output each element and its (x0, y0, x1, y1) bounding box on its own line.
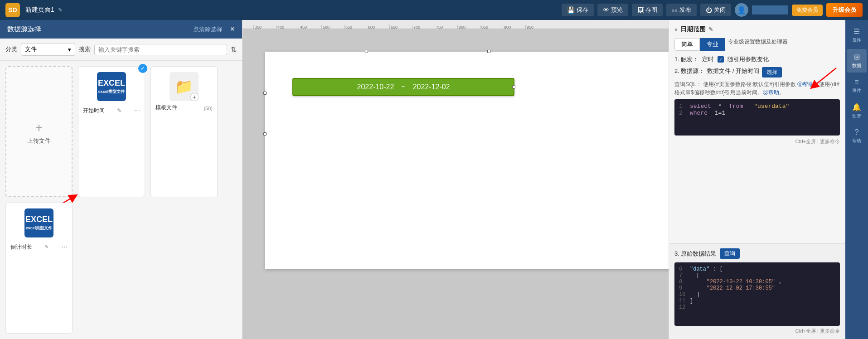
user-avatar[interactable]: 👤 (735, 3, 748, 17)
sql-line-num: 1 (679, 103, 686, 110)
ruler-mark: 700 (412, 25, 435, 29)
date-tilde: ~ (401, 83, 405, 91)
selection-handle[interactable] (487, 50, 490, 53)
preview-button[interactable]: 👁 预览 (597, 4, 628, 16)
more-options-icon-2[interactable]: ··· (62, 243, 68, 251)
template-file-card[interactable]: 📁 + 模板文件 (58) (150, 66, 218, 197)
raw-data-hint: Ctrl+全屏 | 更多命令 (674, 328, 840, 334)
filename-edit-icon[interactable]: ✎ (117, 107, 121, 114)
raw-data-code: 6 "data" : [ 7 [ 8 "2022-10-22 10:30:05"… (674, 262, 840, 326)
ruler-mark: 950 (525, 25, 548, 29)
json-line: 8 "2022-10-22 10:30:05" , (679, 279, 835, 285)
clear-selection-button[interactable]: 点清除选择 (193, 25, 223, 34)
datasource-value: 数据文件 / 开始时间 (707, 67, 759, 75)
json-line: 9 "2022-12-02 17:30:55" (679, 285, 835, 291)
chevron-down-icon: ▾ (68, 46, 71, 53)
close-button[interactable]: ⏻ 关闭 (700, 4, 731, 16)
json-line: 12 (679, 304, 835, 310)
sidebar-tab-data[interactable]: ⊞ 数据 (847, 49, 867, 73)
help-icon: ? (855, 128, 859, 136)
main-layout: 数据源选择 点清除选择 × 分类 文件 ▾ 搜索 ⇅ + 上传文件 (0, 20, 868, 339)
excel-file-card-daojishi[interactable]: EXCEL excel类型文件 倒计时长 ✎ ··· (5, 203, 73, 334)
selected-badge: ✓ (138, 64, 147, 73)
sql-hint: Ctrl+全屏 | 更多命令 (674, 138, 840, 145)
excel-type-label-2: EXCEL excel类型文件 (25, 215, 53, 231)
pro-mode-tab[interactable]: 专业 (700, 38, 725, 51)
events-icon: ≡ (854, 78, 858, 86)
excel-filename-label-2: 倒计时长 (10, 243, 32, 251)
hint-help-link-1[interactable]: ⓪帮助 (797, 81, 814, 87)
horizontal-ruler: 350 400 450 500 550 600 650 700 750 800 … (242, 20, 669, 29)
ruler-mark: 450 (299, 25, 321, 29)
app-logo: SD (5, 3, 20, 17)
section-chevron-icon: » (674, 26, 678, 33)
selection-handle[interactable] (263, 132, 267, 136)
datasource-label: 2. 数据源： (674, 67, 704, 75)
right-panel-datasource: » 日期范围 ✎ 简 (669, 20, 845, 244)
excel-icon-wrap: EXCEL excel类型文件 (97, 72, 126, 101)
trigger-label: 1. 触发： (674, 55, 698, 63)
left-panel: 数据源选择 点清除选择 × 分类 文件 ▾ 搜索 ⇅ + 上传文件 (0, 20, 242, 339)
excel-card-footer: 开始时间 ✎ ··· (82, 107, 141, 115)
section-edit-icon[interactable]: ✎ (708, 26, 713, 33)
help-label: 帮助 (852, 138, 861, 144)
search-input[interactable] (98, 46, 223, 53)
right-panel: » 日期范围 ✎ 简 (669, 20, 845, 339)
topbar: SD 新建页面1 ✎ 💾 保存 👁 预览 🖼 存图 ⚏ 发布 ⏻ 关闭 👤 免费… (0, 0, 868, 20)
data-icon: ⊞ (854, 53, 860, 61)
date-start: 2022-10-22 (357, 83, 394, 91)
datasource-select-button[interactable]: 选择 (762, 67, 782, 77)
selection-handle[interactable] (263, 92, 267, 95)
save-button[interactable]: 💾 保存 (562, 4, 594, 16)
sql-editor[interactable]: 1 select * from "userdata" 2 where 1=1 (674, 99, 840, 136)
section-title-row: » 日期范围 ✎ (674, 25, 840, 34)
publish-button[interactable]: ⚏ 发布 (666, 4, 697, 16)
hint-help-link-2[interactable]: ⓪帮助 (763, 89, 779, 96)
sidebar-tab-properties[interactable]: ☰ 属性 (847, 24, 867, 47)
ruler-mark: 400 (276, 25, 299, 29)
canvas-page: 2022-10-22 ~ 2022-12-02 (265, 52, 669, 269)
save-image-button[interactable]: 🖼 存图 (632, 4, 663, 16)
raw-data-section: 3. 原始数据结果 查询 6 "data" : [ 7 [ 8 (669, 244, 845, 339)
sql-line-num-2: 2 (679, 110, 686, 116)
sidebar-tab-help[interactable]: ? 帮助 (847, 125, 867, 148)
more-options-icon[interactable]: ··· (134, 107, 140, 115)
category-label: 分类 (5, 45, 17, 53)
simple-mode-tab[interactable]: 简单 (674, 38, 700, 51)
trigger-checkbox[interactable]: ✓ (718, 56, 724, 63)
json-line: 10 ] (679, 291, 835, 298)
excel-file-card-kaishi[interactable]: ✓ EXCEL excel类型文件 开始时间 ✎ ··· (78, 66, 145, 197)
sort-icon[interactable]: ⇅ (231, 45, 237, 54)
raw-data-query-button[interactable]: 查询 (720, 248, 740, 259)
excel-card-footer-2: 倒计时长 ✎ ··· (10, 243, 68, 251)
sidebar-tab-events[interactable]: ≡ 事件 (847, 74, 867, 97)
upload-file-card[interactable]: + 上传文件 (5, 66, 73, 197)
title-edit-icon[interactable]: ✎ (58, 7, 63, 13)
raw-data-title: 3. 原始数据结果 (674, 250, 716, 258)
template-icon-wrap: 📁 + (170, 72, 199, 101)
file-grid: + 上传文件 ✓ EXCEL excel类型文件 开始时间 ✎ ··· (0, 61, 242, 339)
excel-filename-label: 开始时间 (83, 107, 105, 115)
date-range-widget[interactable]: 2022-10-22 ~ 2022-12-02 (292, 78, 514, 96)
upgrade-button[interactable]: 升级会员 (826, 3, 863, 17)
filename-edit-icon-2[interactable]: ✎ (44, 244, 49, 250)
pro-mode-hint: 专业级设置数据及处理器 (728, 38, 788, 51)
folder-icon: 📁 (175, 78, 193, 95)
events-label: 事件 (852, 87, 861, 94)
json-line: 6 "data" : [ (679, 266, 835, 272)
canvas-content: 2022-10-22 ~ 2022-12-02 (242, 29, 669, 339)
free-member-button[interactable]: 免费会员 (792, 5, 823, 16)
selection-handle[interactable] (365, 50, 368, 53)
alerts-label: 预警 (852, 113, 861, 119)
page-title: 新建页面1 (25, 6, 54, 14)
section-title-label: 日期范围 (680, 25, 706, 34)
ruler-mark: 350 (253, 25, 276, 29)
category-select[interactable]: 文件 ▾ (21, 43, 75, 56)
sidebar-tab-alerts[interactable]: 🔔 预警 (847, 99, 867, 123)
selection-handle-right[interactable] (512, 86, 515, 89)
close-panel-button[interactable]: × (230, 24, 235, 34)
filter-row: 分类 文件 ▾ 搜索 ⇅ (0, 39, 242, 61)
ruler-mark: 500 (321, 25, 344, 29)
upload-plus-icon: + (35, 121, 43, 135)
save-image-icon: 🖼 (637, 6, 644, 14)
